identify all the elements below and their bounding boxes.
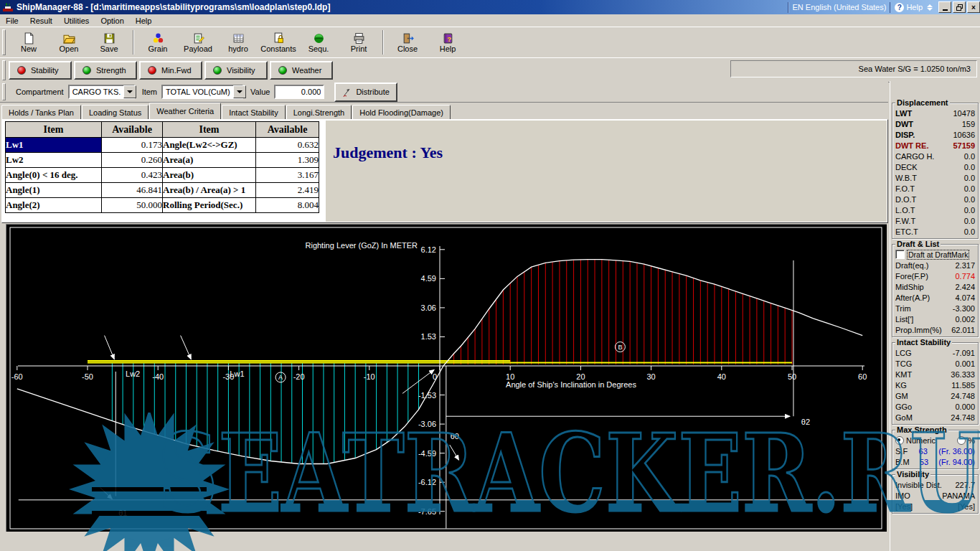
chevron-down-icon[interactable]: [233, 85, 246, 98]
draftmark-checkbox[interactable]: [895, 250, 905, 259]
weather-criteria-table: Item Available Item Available Lw1 0.173 …: [5, 121, 319, 213]
parameter-row: Compartment CARGO TKS. Item TOTAL VOL(Cu…: [0, 82, 888, 103]
constants-button[interactable]: Constants: [258, 28, 298, 57]
green-led-icon: [213, 66, 222, 75]
language-indicator[interactable]: EN English (United States): [793, 3, 887, 11]
grain-circles-icon: [152, 32, 164, 44]
menu-utilities[interactable]: Utilities: [58, 16, 95, 26]
table-row[interactable]: Angle(1) 46.841 Area(b) / Area(a) > 1 2.…: [6, 183, 319, 198]
tab-intact-stability[interactable]: Intact Stability: [222, 105, 285, 119]
minimize-button[interactable]: [938, 1, 951, 13]
svg-text:θ0: θ0: [451, 432, 459, 441]
svg-text:4.59: 4.59: [421, 274, 436, 283]
window-title: ShipManager-88 - [d:\maritimeapps\stabil…: [17, 2, 330, 12]
draft-at-draftmark-row: Draft at DraftMark: [894, 249, 976, 260]
svg-text:6.12: 6.12: [421, 245, 436, 254]
compartment-label: Compartment: [16, 88, 64, 96]
main-toolbar: New Open Save Grain Payload: [0, 27, 980, 58]
toolbar-gripper[interactable]: [2, 83, 6, 100]
svg-text:-50: -50: [82, 372, 93, 381]
app-ship-icon: [2, 1, 14, 13]
toolbar-gripper[interactable]: [2, 60, 6, 80]
save-button[interactable]: Save: [89, 28, 129, 57]
open-folder-icon: [63, 32, 75, 44]
titlebar-help-button[interactable]: Help: [906, 3, 923, 11]
grain-button[interactable]: Grain: [138, 28, 178, 57]
svg-text:-4.59: -4.59: [418, 449, 436, 458]
menu-option[interactable]: Option: [95, 16, 129, 26]
sea-water-indicator: Sea Water S/G = 1.0250 ton/m3: [730, 60, 977, 77]
draftmark-checkbox-label[interactable]: Draft at DraftMark: [907, 250, 969, 260]
intact-stability-group: Intact Stability LCG-7.091 TCG0.001 KMT3…: [892, 342, 979, 425]
percent-radio-option[interactable]: %: [957, 436, 975, 445]
help-book-icon: ?: [442, 32, 454, 44]
minfwd-status-button[interactable]: Min.Fwd: [139, 61, 202, 80]
svg-text:Lw1: Lw1: [230, 369, 244, 378]
new-button[interactable]: New: [9, 28, 49, 57]
svg-text:3.06: 3.06: [421, 303, 436, 312]
payload-button[interactable]: Payload: [178, 28, 218, 57]
status-row: Stability Strength Min.Fwd Visibility We…: [0, 57, 980, 83]
gz-chart-svg: -60-50-40-30-20-1001020304050606.124.593…: [6, 224, 887, 532]
stability-status-button[interactable]: Stability: [9, 61, 72, 80]
tab-loading-status[interactable]: Loading Status: [82, 105, 149, 119]
table-row[interactable]: Angle(2) 50.000 Rolling Period(Sec.) 8.0…: [6, 198, 319, 213]
tab-hold-flooding[interactable]: Hold Flooding(Damage): [352, 105, 451, 119]
toolbar-separator: [382, 30, 384, 55]
restore-icon: [956, 4, 963, 11]
strength-status-button[interactable]: Strength: [74, 61, 137, 80]
table-row[interactable]: Angle(0) < 16 deg. 0.423 Area(b) 3.167: [6, 168, 319, 183]
svg-text:Righting Lever (GoZ) In METER: Righting Lever (GoZ) In METER: [306, 241, 418, 250]
menu-file[interactable]: File: [0, 16, 24, 26]
distribute-button[interactable]: Distribute: [334, 83, 397, 102]
weather-criteria-panel: Judgement : Yes Item Available Item Avai…: [1, 119, 888, 223]
visibility-group: Visibility Invisible Dist.227.7 IMOPANAM…: [892, 474, 979, 514]
numeric-radio-option[interactable]: Numeric: [895, 436, 936, 445]
svg-text:-10: -10: [364, 372, 375, 381]
menu-help[interactable]: Help: [130, 16, 158, 26]
close-button[interactable]: ×: [967, 1, 980, 13]
green-led-icon: [83, 66, 91, 75]
svg-text:A: A: [278, 374, 283, 381]
max-strength-group: Max.Strength Numeric % S.F63(Fr. 36.00) …: [892, 430, 979, 469]
gz-curve-chart: -60-50-40-30-20-1001020304050606.124.593…: [6, 224, 887, 532]
restore-button[interactable]: [953, 1, 966, 13]
svg-text:-3.06: -3.06: [418, 420, 436, 428]
visibility-status-button[interactable]: Visibility: [204, 61, 268, 80]
svg-text:50: 50: [788, 372, 796, 381]
close-file-button[interactable]: Close: [387, 28, 428, 57]
chevron-down-icon[interactable]: [123, 85, 136, 98]
menu-result[interactable]: Result: [24, 16, 58, 26]
help-question-icon: ?: [895, 3, 904, 12]
hydro-button[interactable]: hydro: [218, 28, 258, 57]
item-select[interactable]: TOTAL VOL(CuM): [161, 85, 243, 99]
hydro-table-icon: [232, 32, 245, 44]
toolbar-separator: [133, 30, 134, 55]
table-row[interactable]: Lw1 0.173 Angle(Lw2<->GZ) 0.632: [6, 138, 319, 153]
sequence-button[interactable]: Sequ.: [298, 28, 339, 57]
help-button[interactable]: ? Help: [428, 28, 468, 57]
weather-status-button[interactable]: Weather: [270, 61, 333, 80]
tab-holds-tanks-plan[interactable]: Holds / Tanks Plan: [1, 105, 81, 119]
distribute-icon: [342, 87, 352, 97]
value-input[interactable]: [274, 85, 324, 99]
table-row[interactable]: Lw2 0.260 Area(a) 1.309: [6, 153, 319, 168]
svg-text:-20: -20: [293, 372, 305, 381]
svg-text:-7.65: -7.65: [418, 507, 436, 516]
tab-longi-strength[interactable]: Longi.Strength: [286, 105, 352, 119]
toolbar-overflow-spinner[interactable]: [927, 4, 933, 11]
item-label: Item: [142, 88, 157, 96]
svg-text:-6.12: -6.12: [418, 478, 436, 486]
compartment-select[interactable]: CARGO TKS.: [68, 85, 135, 99]
menu-bar: File Result Utilities Option Help: [0, 14, 980, 27]
value-label: Value: [250, 88, 270, 96]
open-button[interactable]: Open: [49, 28, 89, 57]
print-button[interactable]: Print: [339, 28, 379, 57]
constants-lock-icon: [273, 32, 285, 44]
svg-text:θ1: θ1: [118, 509, 127, 517]
new-file-icon: [23, 32, 35, 44]
toolbar-gripper[interactable]: [2, 29, 6, 55]
tab-weather-criteria[interactable]: Weather Criteria: [149, 103, 221, 119]
svg-text:Lw2: Lw2: [126, 369, 140, 378]
svg-text:?: ?: [447, 34, 451, 42]
